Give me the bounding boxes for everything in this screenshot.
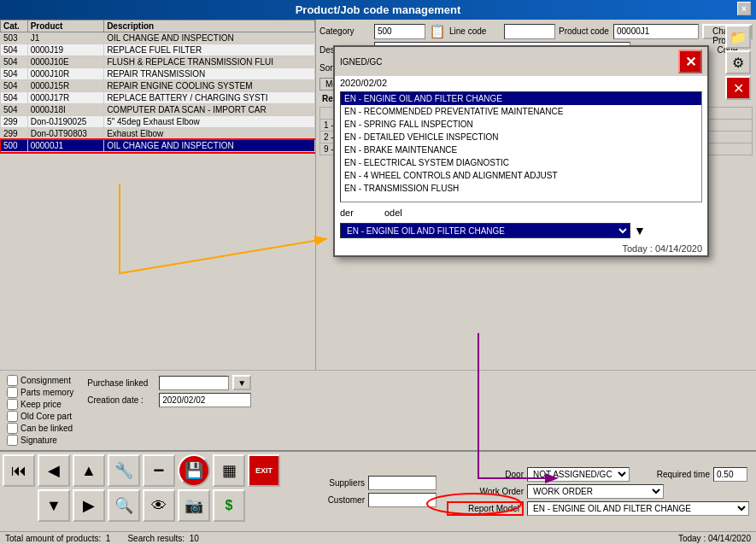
table-row[interactable]: OIL CHANGE AND INSPECTION <box>104 140 315 152</box>
table-row[interactable]: REPAIR ENGINE COOLING SYSTEM <box>104 80 315 92</box>
linecode-input[interactable] <box>504 24 555 39</box>
table-row[interactable]: 00000J1 <box>27 140 103 152</box>
customer-row: Customer <box>288 493 437 507</box>
parts-memory-label: Parts memory <box>21 388 73 397</box>
purchase-linked-btn[interactable]: ▼ <box>232 375 251 390</box>
dropdown-select[interactable]: EN - ENGINE OIL AND FILTER CHANGE <box>340 223 630 238</box>
category-input[interactable] <box>374 24 425 39</box>
dropdown-list-item[interactable]: EN - TRANSMISSION FLUSH <box>341 182 701 195</box>
folder-button[interactable]: 📁 <box>725 25 751 49</box>
close-button[interactable]: × <box>737 2 751 15</box>
col-description: Description <box>104 20 315 32</box>
dropdown-bottom: der odel <box>335 204 707 221</box>
table-row[interactable]: 503 <box>1 32 28 44</box>
table-row[interactable]: Exhaust Elbow <box>104 128 315 140</box>
required-time-input[interactable] <box>713 467 747 482</box>
signature-label: Signature <box>21 436 57 445</box>
table-row[interactable]: REPLACE FUEL FILTER <box>104 44 315 56</box>
parts-memory-checkbox[interactable] <box>7 387 18 398</box>
old-core-label: Old Core part <box>21 412 72 421</box>
dropdown-header: IGNED/GC ✕ <box>335 47 707 76</box>
table-row[interactable]: 299 <box>1 128 28 140</box>
dropdown-list-item[interactable]: EN - DETAILED VEHICLE INSPECTION <box>341 131 701 143</box>
category-icon: 📋 <box>429 23 446 39</box>
search-button[interactable]: 🔍 <box>108 489 140 522</box>
productcode-input[interactable] <box>613 24 699 39</box>
table-row[interactable]: 504 <box>1 92 28 104</box>
table-row[interactable]: REPLACE BATTERY / CHARGING SYSTI <box>104 92 315 104</box>
table-row[interactable]: 0000J17R <box>27 92 103 104</box>
dropdown-select-row: EN - ENGINE OIL AND FILTER CHANGE ▼ <box>335 221 707 242</box>
table-row[interactable]: Don-0JT90803 <box>27 128 103 140</box>
table-row[interactable]: 504 <box>1 44 28 56</box>
gear-button[interactable]: ⚙ <box>725 50 751 74</box>
table-row[interactable]: COMPUTER DATA SCAN - IMPORT CAR <box>104 104 315 116</box>
customer-input[interactable] <box>368 493 437 507</box>
minus-button[interactable]: − <box>143 454 175 487</box>
suppliers-label: Suppliers <box>288 478 365 488</box>
workorder-select[interactable]: WORK ORDER <box>527 484 664 499</box>
save-button[interactable]: 💾 <box>178 454 210 487</box>
barcode-button[interactable]: ▦ <box>213 454 245 487</box>
report-model-select[interactable]: EN - ENGINE OIL AND FILTER CHANGE <box>527 501 749 516</box>
productcode-label: Product code <box>559 26 610 36</box>
exit-button[interactable]: EXIT <box>248 454 280 487</box>
money-button[interactable]: $ <box>213 489 245 522</box>
table-row[interactable]: OIL CHANGE AND INSPECTION <box>104 32 315 44</box>
table-row[interactable]: 500 <box>1 140 28 152</box>
camera-button[interactable]: 📷 <box>178 489 210 522</box>
dropdown-list-item[interactable]: EN - ENGINE OIL AND FILTER CHANGE <box>341 92 701 105</box>
nav-prev-button[interactable]: ◀ <box>38 454 70 487</box>
nav-up-button[interactable]: ▲ <box>73 454 105 487</box>
can-be-linked-checkbox[interactable] <box>7 423 18 434</box>
job-types-label: Job types <box>751 470 756 479</box>
table-row[interactable]: 504 <box>1 104 28 116</box>
dropdown-list-item[interactable]: EN - BRAKE MAINTENANCE <box>341 143 701 156</box>
nav-next-button[interactable]: ▶ <box>73 489 105 522</box>
dropdown-list-item[interactable]: EN - 4 WHEEL CONTROLS AND ALIGNMENT ADJU… <box>341 169 701 182</box>
keep-price-checkbox[interactable] <box>7 399 18 410</box>
toolbar-buttons: ⏮ ◀ ▲ 🔧 − 💾 ▦ EXIT ▼ ▶ 🔍 👁 📷 $ <box>0 452 283 531</box>
checkboxes-area: Consignment Parts memory Keep price Old … <box>5 373 75 447</box>
table-row[interactable]: 504 <box>1 68 28 80</box>
settings-button[interactable]: 🔧 <box>108 454 140 487</box>
purchase-linked-input[interactable] <box>159 376 229 390</box>
form-area: Category 📋 Line code Product code Change… <box>316 20 756 370</box>
nav-down-button[interactable]: ▼ <box>38 489 70 522</box>
creation-date-input[interactable] <box>159 393 251 407</box>
table-row[interactable]: 0000J15R <box>27 80 103 92</box>
dropdown-close-button[interactable]: ✕ <box>678 50 702 73</box>
table-row[interactable]: 504 <box>1 80 28 92</box>
required-time-label: Required time <box>633 470 710 479</box>
table-row[interactable]: Don-0J190025 <box>27 116 103 128</box>
table-row[interactable]: 299 <box>1 116 28 128</box>
table-row[interactable]: 0000J18I <box>27 104 103 116</box>
table-row[interactable]: FLUSH & REPLACE TRANSMISSION FLUI <box>104 56 315 68</box>
window-title: Product/Job code management <box>296 3 461 16</box>
table-row[interactable]: 0000J10R <box>27 68 103 80</box>
old-core-checkbox[interactable] <box>7 411 18 422</box>
table-row[interactable]: 0000J10E <box>27 56 103 68</box>
today-label: Today : 04/14/2020 <box>335 242 707 255</box>
dropdown-list[interactable]: EN - ENGINE OIL AND FILTER CHANGEEN - RE… <box>340 91 702 202</box>
dropdown-list-item[interactable]: EN - RECOMMENDED PREVENTATIVE MAINTENANC… <box>341 105 701 118</box>
dropdown-list-item[interactable]: EN - ELECTRICAL SYSTEM DIAGNOSTIC <box>341 156 701 169</box>
nav-first-button[interactable]: ⏮ <box>3 454 35 487</box>
checkbox-consignment: Consignment <box>7 375 73 386</box>
model-label: odel <box>384 208 402 218</box>
table-row[interactable]: J1 <box>27 32 103 44</box>
suppliers-input[interactable] <box>368 476 437 490</box>
door-select[interactable]: NOT ASSIGNED/GC <box>527 467 630 482</box>
table-row[interactable]: 504 <box>1 56 28 68</box>
title-bar: Product/Job code management × <box>0 0 756 20</box>
right-col: Purchase linked ▼ Creation date : <box>84 373 255 447</box>
table-row[interactable]: REPAIR TRANSMISSION <box>104 68 315 80</box>
eye-button[interactable]: 👁 <box>143 489 175 522</box>
signature-checkbox[interactable] <box>7 435 18 446</box>
checkbox-keep-price: Keep price <box>7 399 73 410</box>
table-row[interactable]: 0000J19 <box>27 44 103 56</box>
dropdown-list-item[interactable]: EN - SPRING FALL INSPECTION <box>341 118 701 131</box>
delete-button[interactable]: ✕ <box>725 76 751 100</box>
consignment-checkbox[interactable] <box>7 375 18 386</box>
table-row[interactable]: 5" 45deg Exhaust Elbow <box>104 116 315 128</box>
